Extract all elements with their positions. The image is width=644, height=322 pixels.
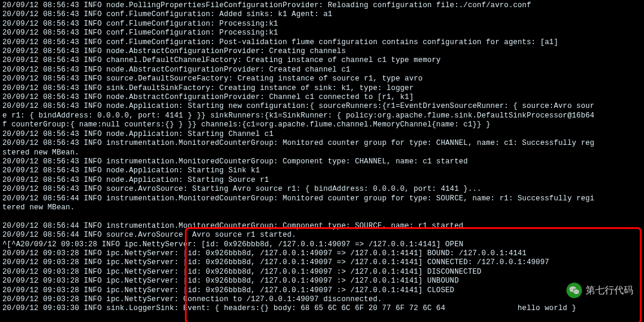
log-line: 20/09/12 08:56:43 INFO conf.FlumeConfigu… bbox=[2, 29, 642, 38]
log-line: 20/09/12 08:56:43 INFO node.Application:… bbox=[2, 176, 642, 185]
log-line: 20/09/12 08:56:43 INFO node.Application:… bbox=[2, 102, 642, 111]
log-line: e r1: { bindAddress: 0.0.0.0, port: 4141… bbox=[2, 112, 642, 120]
log-line: 20/09/12 09:03:28 INFO ipc.NettyServer: … bbox=[2, 286, 642, 295]
log-line: 20/09/12 08:56:43 INFO source.AvroSource… bbox=[2, 185, 642, 194]
log-line: 20/09/12 08:56:43 INFO instrumentation.M… bbox=[2, 157, 642, 166]
log-line: 20/09/12 08:56:43 INFO conf.FlumeConfigu… bbox=[2, 20, 642, 29]
log-line: 20/09/12 08:56:43 INFO node.PollingPrope… bbox=[2, 1, 642, 10]
log-line: 20/09/12 09:03:30 INFO sink.LoggerSink: … bbox=[2, 304, 642, 313]
log-line: 20/09/12 09:03:28 INFO ipc.NettyServer: … bbox=[2, 249, 642, 258]
log-line: f counterGroup:{ name:null counters:{} }… bbox=[2, 120, 642, 129]
log-line: stered new MBean. bbox=[2, 148, 642, 157]
log-line: ^[^A20/09/12 09:03:28 INFO ipc.NettyServ… bbox=[2, 240, 642, 249]
log-line: 20/09/12 09:03:28 INFO ipc.NettyServer: … bbox=[2, 277, 642, 286]
terminal-output: 20/09/12 08:56:43 INFO node.PollingPrope… bbox=[0, 0, 644, 314]
log-line: 20/09/12 08:56:43 INFO node.Application:… bbox=[2, 130, 642, 139]
log-line: 20/09/12 08:56:43 INFO node.Application:… bbox=[2, 166, 642, 175]
log-line: 20/09/12 09:03:28 INFO ipc.NettyServer: … bbox=[2, 268, 642, 277]
log-line: 20/09/12 08:56:44 INFO instrumentation.M… bbox=[2, 222, 642, 231]
log-line: 20/09/12 09:03:28 INFO ipc.NettyServer: … bbox=[2, 258, 642, 267]
log-line: 20/09/12 08:56:43 INFO conf.FlumeConfigu… bbox=[2, 10, 642, 19]
log-line: 20/09/12 09:03:28 INFO ipc.NettyServer: … bbox=[2, 295, 642, 304]
log-line: tered new MBean. bbox=[2, 203, 642, 212]
log-line: 20/09/12 08:56:43 INFO sink.DefaultSinkF… bbox=[2, 84, 642, 93]
log-line: 20/09/12 08:56:43 INFO channel.DefaultCh… bbox=[2, 56, 642, 65]
log-line: 20/09/12 08:56:43 INFO source.DefaultSou… bbox=[2, 75, 642, 83]
watermark: 第七行代码 bbox=[566, 283, 633, 298]
watermark-label: 第七行代码 bbox=[586, 284, 633, 297]
wechat-icon bbox=[566, 283, 582, 298]
log-line: 20/09/12 08:56:43 INFO node.AbstractConf… bbox=[2, 66, 642, 75]
log-line: 20/09/12 08:56:43 INFO instrumentation.M… bbox=[2, 139, 642, 148]
log-line: 20/09/12 08:56:43 INFO node.AbstractConf… bbox=[2, 93, 642, 102]
log-line bbox=[2, 212, 642, 221]
log-line: 20/09/12 08:56:43 INFO conf.FlumeConfigu… bbox=[2, 38, 642, 47]
log-line: 20/09/12 08:56:44 INFO instrumentation.M… bbox=[2, 194, 642, 203]
log-line: 20/09/12 08:56:44 INFO source.AvroSource… bbox=[2, 231, 642, 240]
log-line: 20/09/12 08:56:43 INFO node.AbstractConf… bbox=[2, 47, 642, 56]
